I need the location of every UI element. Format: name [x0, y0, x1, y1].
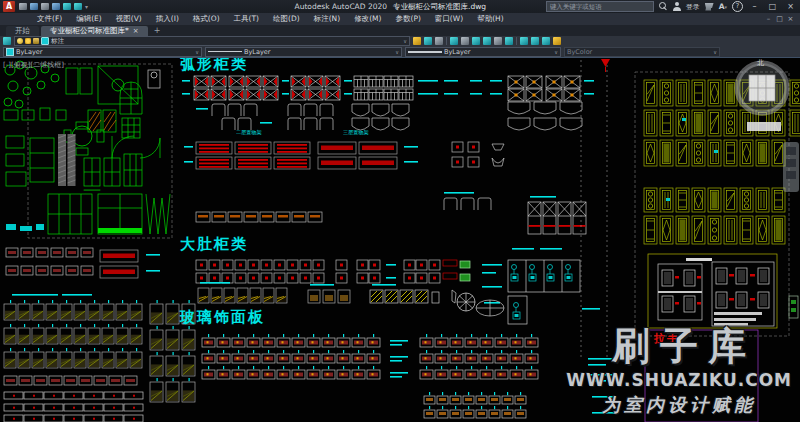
linetype-combo[interactable]: ByLayer ∨ — [205, 47, 402, 57]
signin-label[interactable]: 登录 — [686, 2, 700, 12]
doc-window-controls: – □ × — [763, 13, 796, 25]
layer-freeze-icon[interactable] — [472, 37, 480, 45]
new-file-icon[interactable] — [19, 3, 27, 10]
viewcube-north-label[interactable]: 北 — [757, 58, 764, 68]
menu-file[interactable]: 文件(F) — [30, 13, 69, 25]
search-icon[interactable] — [659, 2, 668, 11]
label-shelf-three: 三层置物架 — [343, 129, 369, 137]
doc-minimize-button[interactable]: – — [763, 13, 774, 25]
menu-tools[interactable]: 工具(T) — [227, 13, 266, 25]
layer-thaw-icon[interactable] — [25, 38, 31, 44]
layer-make-current-icon[interactable] — [413, 37, 421, 45]
layer-name: 标注 — [51, 37, 64, 46]
tab-document[interactable]: 专业橱柜公司标准图库* × — [41, 26, 148, 36]
menu-draw[interactable]: 绘图(D) — [266, 13, 307, 25]
cad-drawing — [0, 58, 800, 422]
menubar: 文件(F) 编辑(E) 视图(V) 插入(I) 格式(O) 工具(T) 绘图(D… — [0, 13, 800, 25]
app-store-cart-icon[interactable] — [705, 3, 714, 11]
layer-off-icon[interactable] — [483, 37, 491, 45]
section-label-arc-cabinets: 弧形柜类 — [180, 58, 248, 73]
layer-merge-icon[interactable] — [542, 37, 550, 45]
maximize-button[interactable]: □ — [766, 0, 779, 13]
window-title: Autodesk AutoCAD 2020专业橱柜公司标准图库.dwg — [295, 0, 487, 13]
menu-view[interactable]: 视图(V) — [109, 13, 149, 25]
qat-dropdown-icon[interactable]: ▾ — [85, 3, 88, 10]
quick-access-toolbar: ▾ — [19, 3, 88, 10]
menu-format[interactable]: 格式(O) — [186, 13, 227, 25]
menu-window[interactable]: 窗口(W) — [428, 13, 470, 25]
layer-unisolate-icon[interactable] — [461, 37, 469, 45]
color-combo-arrow-icon[interactable]: ∨ — [195, 49, 199, 55]
doc-restore-button[interactable]: □ — [774, 13, 785, 25]
search-input[interactable] — [546, 1, 654, 12]
layer-on-icon[interactable] — [17, 38, 23, 44]
layer-previous-icon[interactable] — [435, 37, 443, 45]
color-swatch — [6, 48, 14, 56]
plotstyle-combo: ByColor ∨ — [564, 47, 720, 57]
layer-lock-icon[interactable] — [33, 38, 39, 44]
viewport-label[interactable]: [-][俯视][二维线框] — [3, 60, 64, 70]
layer-properties-icon[interactable] — [3, 37, 11, 45]
autocad-logo-icon[interactable]: A — [3, 1, 15, 12]
tab-close-icon[interactable]: × — [133, 26, 139, 36]
window-titlebar: A ▾ Autodesk AutoCAD 2020专业橱柜公司标准图库.dwg … — [0, 0, 800, 13]
file-tab-bar: 开始 专业橱柜公司标准图库* × + — [0, 25, 800, 36]
menu-modify[interactable]: 修改(M) — [347, 13, 388, 25]
open-file-icon[interactable] — [30, 3, 38, 10]
layer-combo[interactable]: 标注 ∨ — [14, 36, 410, 46]
doc-close-button[interactable]: × — [785, 13, 796, 25]
linetype-combo-arrow-icon[interactable]: ∨ — [395, 49, 399, 55]
properties-toolbar: ByLayer ∨ ByLayer ∨ ByLayer ∨ ByColor ∨ — [0, 46, 800, 58]
layer-walk-icon[interactable] — [520, 37, 528, 45]
autocad-window: A ▾ Autodesk AutoCAD 2020专业橱柜公司标准图库.dwg … — [0, 0, 800, 422]
lineweight-combo-arrow-icon[interactable]: ∨ — [554, 49, 558, 55]
tab-start[interactable]: 开始 — [6, 26, 39, 36]
section-label-belly-cabinets: 大肚柜类 — [180, 236, 248, 253]
layer-isolate-icon[interactable] — [450, 37, 458, 45]
layers-toolbar: 标注 ∨ — [0, 36, 800, 46]
new-tab-button[interactable]: + — [150, 26, 165, 36]
layer-match-icon[interactable] — [424, 37, 432, 45]
layer-combo-arrow-icon[interactable]: ∨ — [403, 38, 407, 44]
label-shelf-two: 二层置物架 — [236, 129, 262, 137]
lineweight-combo[interactable]: ByLayer ∨ — [405, 47, 561, 57]
plotstyle-combo-arrow-icon: ∨ — [713, 49, 717, 55]
help-icon[interactable]: ? — [732, 1, 743, 12]
layer-lock-tool-icon[interactable] — [494, 37, 502, 45]
document-name: 专业橱柜公司标准图库.dwg — [393, 2, 486, 11]
undo-icon[interactable] — [63, 3, 71, 10]
lineweight-glyph — [408, 51, 442, 53]
save-icon[interactable] — [41, 3, 49, 10]
section-label-handles: 拉手 — [654, 331, 680, 346]
close-button[interactable]: × — [784, 0, 797, 13]
section-label-glass-panels: 玻璃饰面板 — [180, 309, 265, 326]
layer-delete-icon[interactable] — [553, 37, 561, 45]
minimize-button[interactable]: – — [748, 0, 761, 13]
layer-unlock-icon[interactable] — [505, 37, 513, 45]
signin-icon[interactable] — [673, 2, 681, 11]
menu-help[interactable]: 帮助(H) — [470, 13, 511, 25]
plot-icon[interactable] — [52, 3, 60, 10]
color-combo[interactable]: ByLayer ∨ — [3, 47, 202, 57]
menu-edit[interactable]: 编辑(E) — [69, 13, 109, 25]
exchange-apps-icon[interactable]: A▾ — [719, 2, 727, 11]
menu-insert[interactable]: 插入(I) — [149, 13, 186, 25]
drawing-canvas[interactable]: [-][俯视][二维线框] 弧形柜类 大肚柜类 玻璃饰面板 二层置物架 三层置物… — [0, 58, 800, 422]
layer-vpfreeze-icon[interactable] — [531, 37, 539, 45]
redo-icon[interactable] — [74, 3, 82, 10]
menu-parametric[interactable]: 参数(P) — [388, 13, 427, 25]
linetype-glyph — [208, 51, 242, 52]
menu-dimension[interactable]: 标注(N) — [307, 13, 347, 25]
layer-color-swatch — [41, 37, 49, 45]
